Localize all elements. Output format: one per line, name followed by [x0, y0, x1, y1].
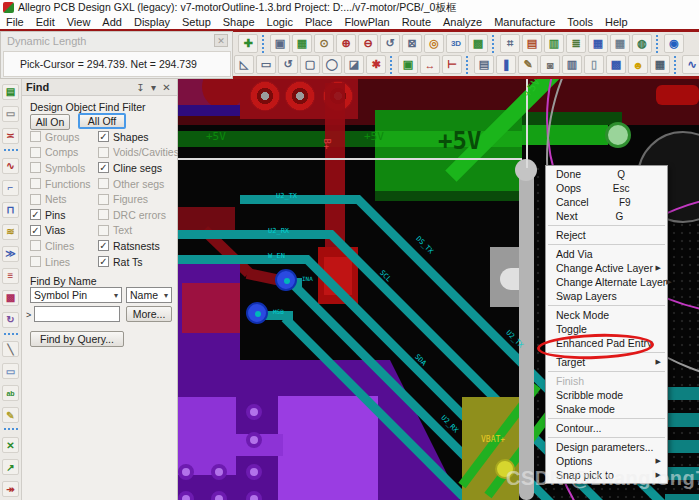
checkbox-shapes[interactable]: ✓ Shapes	[98, 129, 179, 145]
checkbox-box[interactable]	[98, 147, 109, 158]
menu-item-next[interactable]: Next G	[546, 209, 667, 223]
fanout-icon[interactable]: ✕	[2, 437, 19, 453]
bus-icon[interactable]: ≡	[2, 268, 19, 284]
menu-setup[interactable]: Setup	[176, 16, 217, 28]
xsection-icon[interactable]: ▦	[588, 34, 608, 53]
layers-icon[interactable]: ▤	[522, 34, 542, 53]
pattern-icon[interactable]: ▩	[606, 55, 626, 74]
waveform-icon[interactable]: ∿	[682, 55, 699, 74]
door-icon[interactable]: ▯	[584, 55, 604, 74]
checkbox-box[interactable]	[30, 256, 41, 267]
find-name-select[interactable]: Name ▾	[126, 287, 172, 303]
toolbar-separator[interactable]	[262, 35, 266, 53]
pin-icon[interactable]: ✚	[238, 34, 258, 53]
redraw-icon[interactable]: ◎	[424, 34, 444, 53]
find-by-query-button[interactable]: Find by Query...	[30, 331, 124, 347]
checkbox-box[interactable]: ✓	[98, 256, 109, 267]
menu-item-reject[interactable]: Reject	[546, 228, 667, 242]
toolbar-separator[interactable]	[390, 56, 394, 74]
menu-item-done[interactable]: Done Q	[546, 167, 667, 181]
checkbox-other-segs[interactable]: Other segs	[98, 176, 179, 192]
shade-icon[interactable]: ◪	[344, 55, 364, 74]
checkbox-box[interactable]: ✓	[98, 131, 109, 142]
pin-icon[interactable]: ↧	[134, 82, 147, 93]
delay-tune-icon[interactable]: ↠	[2, 481, 19, 497]
checkbox-box[interactable]	[30, 240, 41, 251]
menu-item-snake-mode[interactable]: Snake mode	[546, 402, 667, 416]
toolbar-separator[interactable]	[656, 35, 660, 53]
menu-item-change-alternate-layer[interactable]: Change Alternate Layer ▶	[546, 275, 667, 289]
zoom-in-icon[interactable]: ⊕	[336, 34, 356, 53]
circle-icon[interactable]: ◯	[322, 55, 342, 74]
menu-item-design-parameters[interactable]: Design parameters...	[546, 440, 667, 454]
checkbox-box[interactable]: ✓	[30, 209, 41, 220]
checkbox-box[interactable]	[98, 178, 109, 189]
menu-place[interactable]: Place	[299, 16, 339, 28]
menu-item-swap-layers[interactable]: Swap Layers	[546, 289, 667, 303]
checkbox-nets[interactable]: Nets	[30, 191, 91, 207]
color-grid-icon[interactable]: ▩	[2, 290, 19, 306]
checkbox-vias[interactable]: ✓ Vias	[30, 223, 91, 239]
zoom-out-icon[interactable]: ⊖	[358, 34, 378, 53]
text-add-icon[interactable]: ab	[2, 385, 19, 401]
more-button[interactable]: More...	[126, 306, 172, 322]
toolbar-separator[interactable]	[674, 56, 678, 74]
left-toolbar-separator[interactable]	[4, 149, 18, 153]
checkbox-symbols[interactable]: Symbols	[30, 160, 91, 176]
menu-edit[interactable]: Edit	[30, 16, 61, 28]
checkbox-box[interactable]	[30, 194, 41, 205]
checkbox-drc-errors[interactable]: DRC errors	[98, 207, 179, 223]
measure-icon[interactable]: ↔	[420, 55, 440, 74]
rectangle-icon[interactable]: ▭	[2, 363, 19, 379]
menu-separator[interactable]	[548, 418, 665, 419]
checkbox-lines[interactable]: Lines	[30, 254, 91, 270]
checkbox-box[interactable]	[98, 209, 109, 220]
find-name-input[interactable]	[34, 306, 120, 322]
color-icon[interactable]: ▩	[468, 34, 488, 53]
menu-add[interactable]: Add	[96, 16, 128, 28]
arrowhead-icon[interactable]: ≫	[2, 246, 19, 262]
rect-icon[interactable]: ▢	[300, 55, 320, 74]
checkbox-ratsnests[interactable]: ✓ Ratsnests	[98, 238, 179, 254]
checkbox-box[interactable]: ✓	[98, 162, 109, 173]
status-icon[interactable]: ◉	[664, 34, 684, 53]
checkbox-box[interactable]	[30, 178, 41, 189]
menu-item-finish[interactable]: Finish	[546, 374, 667, 388]
menu-tools[interactable]: Tools	[561, 16, 599, 28]
checkbox-box[interactable]	[98, 194, 109, 205]
checkbox-cline-segs[interactable]: ✓ Cline segs	[98, 160, 179, 176]
connect-icon[interactable]: ≍	[2, 128, 19, 144]
view-window-icon[interactable]: ▣	[270, 34, 290, 53]
find-type-select[interactable]: Symbol Pin ▾	[30, 287, 122, 303]
array-icon[interactable]: ▦	[650, 55, 670, 74]
left-toolbar-separator[interactable]	[4, 428, 18, 432]
checkbox-functions[interactable]: Functions	[30, 176, 91, 192]
checkbox-box[interactable]: ✓	[98, 240, 109, 251]
line-icon[interactable]: ╲	[2, 341, 19, 357]
all-on-button[interactable]: All On	[30, 114, 70, 130]
menu-item-options[interactable]: Options ▶	[546, 454, 667, 468]
checkbox-box[interactable]: ✓	[30, 225, 41, 236]
copy-icon[interactable]: ▤	[474, 55, 494, 74]
menu-flowplan[interactable]: FlowPlan	[338, 16, 395, 28]
menu-item-change-active-layer[interactable]: Change Active Layer ▶	[546, 261, 667, 275]
menu-item-scribble-mode[interactable]: Scribble mode	[546, 388, 667, 402]
menu-shape[interactable]: Shape	[217, 16, 261, 28]
checkbox-text[interactable]: Text	[98, 223, 179, 239]
menu-item-cancel[interactable]: Cancel F9	[546, 195, 667, 209]
netlist-icon[interactable]: ▥	[562, 55, 582, 74]
ruler-icon[interactable]: ⊢	[442, 55, 462, 74]
checkbox-box[interactable]	[98, 225, 109, 236]
menu-separator[interactable]	[548, 305, 665, 306]
menu-item-oops[interactable]: Oops Esc	[546, 181, 667, 195]
route-icon[interactable]: ∿	[2, 158, 19, 174]
checkbox-box[interactable]	[30, 131, 41, 142]
menu-display[interactable]: Display	[128, 16, 176, 28]
close-icon[interactable]: ✕	[160, 82, 173, 93]
pin-swap-icon[interactable]: ≋	[2, 224, 19, 240]
render-icon[interactable]: ▣	[398, 55, 418, 74]
menu-help[interactable]: Help	[599, 16, 634, 28]
objects-icon[interactable]: ▥	[544, 34, 564, 53]
menu-view[interactable]: View	[61, 16, 97, 28]
close-icon[interactable]: ✕	[214, 34, 228, 47]
